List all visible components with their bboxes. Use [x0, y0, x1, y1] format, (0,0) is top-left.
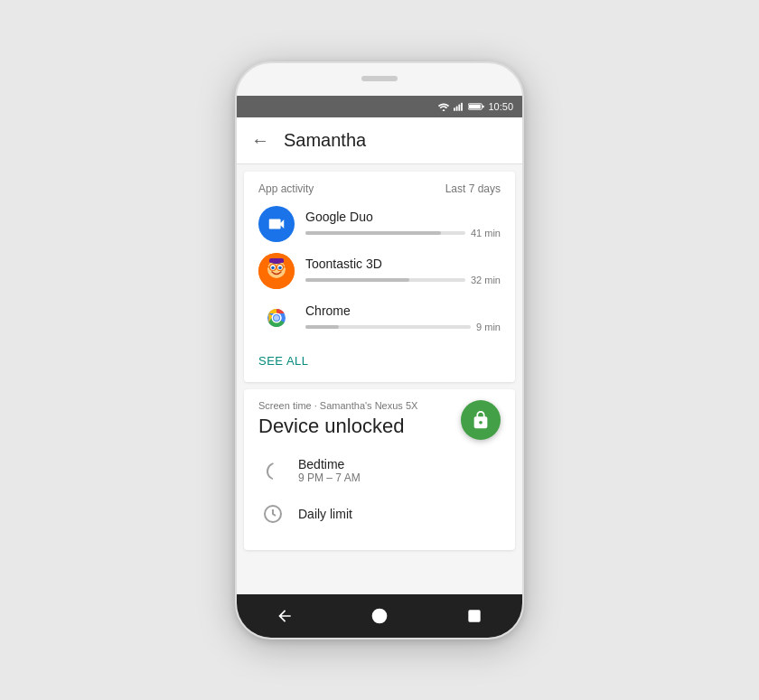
app-bar: ← Samantha	[237, 117, 522, 164]
app-item-toon: Toontastic 3D 32 min	[258, 253, 501, 289]
duo-app-name: Google Duo	[305, 210, 501, 224]
nav-home-icon	[370, 607, 389, 625]
nav-recents-button[interactable]	[456, 598, 492, 634]
svg-rect-0	[454, 107, 455, 111]
app-item-chrome: Chrome 9 min	[258, 300, 501, 336]
svg-point-11	[271, 266, 275, 269]
svg-rect-6	[483, 105, 484, 107]
toon-progress-row: 32 min	[305, 275, 501, 285]
chrome-progress-fill	[305, 325, 339, 329]
chrome-progress-bg	[305, 325, 471, 329]
svg-rect-2	[459, 104, 461, 110]
svg-point-24	[372, 609, 386, 622]
svg-rect-1	[456, 106, 458, 110]
page-title: Samantha	[284, 130, 366, 151]
daily-limit-setting[interactable]: Daily limit	[258, 492, 501, 536]
duo-app-icon	[258, 206, 295, 242]
activity-label: App activity	[258, 182, 314, 195]
see-all-button[interactable]: SEE ALL	[258, 347, 501, 371]
toon-app-name: Toontastic 3D	[305, 257, 501, 271]
svg-rect-17	[269, 258, 284, 263]
status-icons: 10:50	[437, 101, 513, 112]
chrome-progress-row: 9 min	[305, 322, 501, 332]
toon-app-icon	[258, 253, 295, 289]
phone-screen: 10:50 ← Samantha App activity Last 7 day…	[237, 96, 522, 638]
activity-header: App activity Last 7 days	[258, 182, 501, 195]
screen-content: App activity Last 7 days Google Duo	[237, 164, 522, 594]
toon-app-info: Toontastic 3D 32 min	[305, 257, 501, 285]
battery-icon	[468, 102, 484, 111]
side-button-left	[235, 172, 237, 208]
daily-limit-title: Daily limit	[298, 507, 352, 521]
activity-period: Last 7 days	[445, 182, 501, 195]
daily-limit-info: Daily limit	[298, 507, 352, 521]
status-time: 10:50	[488, 101, 513, 112]
bedtime-icon	[258, 456, 287, 485]
svg-rect-3	[462, 102, 464, 110]
nav-home-button[interactable]	[361, 598, 398, 634]
bedtime-info: Bedtime 9 PM – 7 AM	[298, 457, 361, 484]
duo-progress-row: 41 min	[305, 228, 501, 238]
wifi-icon	[437, 102, 450, 111]
chrome-app-icon	[258, 300, 295, 336]
duo-time: 41 min	[471, 228, 501, 238]
nav-recents-icon	[465, 607, 483, 625]
phone-speaker	[361, 76, 398, 81]
back-button[interactable]: ←	[251, 130, 269, 151]
app-item-duo: Google Duo 41 min	[258, 206, 501, 242]
duo-progress-bg	[305, 231, 465, 235]
svg-point-12	[278, 266, 282, 269]
side-button-right	[522, 181, 524, 235]
moon-icon	[262, 460, 284, 481]
chrome-app-name: Chrome	[305, 303, 501, 318]
daily-limit-icon	[258, 499, 287, 528]
chrome-app-info: Chrome 9 min	[305, 303, 501, 332]
toon-progress-fill	[305, 278, 409, 282]
bottom-navigation	[237, 594, 522, 638]
phone-device: 10:50 ← Samantha App activity Last 7 day…	[235, 61, 524, 639]
svg-rect-25	[469, 611, 480, 621]
svg-point-22	[274, 315, 279, 321]
status-bar: 10:50	[237, 96, 522, 117]
chrome-time: 9 min	[476, 322, 501, 332]
duo-progress-fill	[305, 231, 441, 235]
bedtime-setting[interactable]: Bedtime 9 PM – 7 AM	[258, 449, 501, 492]
nav-back-button[interactable]	[267, 598, 303, 634]
bedtime-subtitle: 9 PM – 7 AM	[298, 471, 361, 484]
chrome-logo-icon	[262, 303, 291, 332]
bedtime-title: Bedtime	[298, 457, 361, 471]
toon-character-icon	[258, 253, 295, 289]
duo-app-info: Google Duo 41 min	[305, 210, 501, 238]
screen-time-card: Screen time · Samantha's Nexus 5X Device…	[244, 389, 515, 550]
svg-rect-5	[469, 104, 481, 108]
lock-icon	[471, 410, 491, 430]
clock-icon	[262, 503, 284, 525]
activity-card: App activity Last 7 days Google Duo	[244, 172, 515, 382]
lock-fab-button[interactable]	[461, 400, 501, 440]
duo-video-icon	[267, 214, 286, 234]
toon-progress-bg	[305, 278, 465, 282]
signal-icon	[454, 102, 464, 111]
nav-back-icon	[276, 607, 294, 625]
toon-time: 32 min	[471, 275, 501, 285]
